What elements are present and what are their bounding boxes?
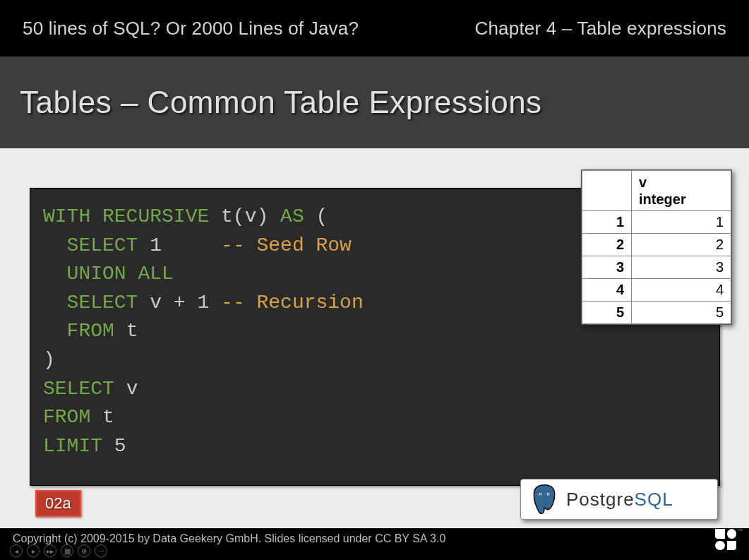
result-table-box: v integer 11 22 33 44 55: [581, 169, 732, 325]
table-row: 33: [582, 256, 731, 279]
table-row: 22: [582, 234, 731, 256]
trademark: ™: [738, 528, 743, 533]
table-row: 11: [582, 211, 731, 234]
copyright-text: Copyright (c) 2009-2015 by Data Geekery …: [13, 532, 445, 545]
presentation-title: 50 lines of SQL? Or 2000 Lines of Java?: [23, 18, 359, 40]
brand-text-part: SQL: [635, 489, 673, 510]
comment: -- Recursion: [221, 292, 364, 314]
identifier: t: [126, 320, 138, 342]
footer-bar: Copyright (c) 2009-2015 by Data Geekery …: [0, 528, 749, 560]
zoom-button[interactable]: ⊕: [78, 544, 90, 557]
keyword: WITH RECURSIVE: [43, 205, 209, 227]
identifier: t(v): [221, 205, 268, 227]
chapter-label: Chapter 4 – Table expressions: [474, 18, 726, 40]
punctuation: ): [43, 349, 55, 371]
top-bar: 50 lines of SQL? Or 2000 Lines of Java? …: [0, 0, 749, 56]
number-literal: 1: [150, 234, 162, 256]
keyword: UNION ALL: [67, 263, 174, 285]
grid-button[interactable]: ▦: [61, 544, 73, 557]
slide-title: Tables – Common Table Expressions: [20, 85, 542, 120]
postgresql-badge: PostgreSQL: [520, 479, 718, 520]
prev-button[interactable]: ◂: [10, 544, 23, 557]
player-controls: ◂ ▸ ▸▸ ▦ ⊕ ⋯: [10, 544, 107, 557]
table-row: 44: [582, 279, 731, 302]
cell-value: 2: [632, 234, 731, 256]
more-button[interactable]: ⋯: [95, 544, 107, 557]
svg-point-3: [548, 494, 549, 495]
identifier: t: [102, 406, 114, 428]
keyword: AS: [280, 205, 304, 227]
title-band: Tables – Common Table Expressions: [0, 56, 749, 148]
expression: v + 1: [150, 292, 209, 314]
jooq-logo: ™: [715, 529, 742, 556]
brand-text-part: Postgre: [566, 489, 635, 510]
slide-number-badge: 02a: [35, 490, 81, 517]
row-number: 4: [582, 279, 632, 302]
row-number: 5: [582, 302, 632, 324]
next-button[interactable]: ▸▸: [44, 544, 56, 557]
column-header: v integer: [632, 171, 731, 211]
row-number: 1: [582, 211, 632, 234]
keyword: FROM: [67, 320, 114, 342]
svg-point-2: [540, 494, 541, 495]
cell-value: 1: [632, 211, 731, 234]
keyword: SELECT: [67, 292, 138, 314]
keyword: SELECT: [67, 234, 138, 256]
keyword: SELECT: [43, 378, 114, 400]
table-row: 55: [582, 302, 731, 324]
slide: 50 lines of SQL? Or 2000 Lines of Java? …: [0, 0, 749, 560]
identifier: v: [126, 378, 138, 400]
row-number: 2: [582, 234, 632, 256]
keyword: LIMIT: [43, 435, 102, 457]
cell-value: 3: [632, 256, 731, 279]
row-number: 3: [582, 256, 632, 279]
postgresql-label: PostgreSQL: [566, 489, 673, 511]
cell-value: 4: [632, 279, 731, 302]
content-area: WITH RECURSIVE t(v) AS ( SELECT 1 -- See…: [0, 148, 749, 528]
comment: -- Seed Row: [221, 234, 352, 256]
number-literal: 5: [114, 435, 126, 457]
cell-value: 5: [632, 302, 731, 324]
play-button[interactable]: ▸: [27, 544, 40, 557]
punctuation: (: [316, 205, 328, 227]
postgresql-icon: [528, 483, 561, 516]
keyword: FROM: [43, 406, 90, 428]
result-table: v integer 11 22 33 44 55: [582, 170, 731, 324]
corner-cell: [582, 171, 632, 211]
